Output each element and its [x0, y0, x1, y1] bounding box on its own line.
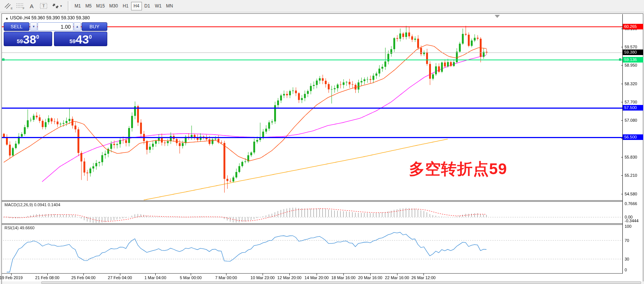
icon-sub-f: F [23, 7, 25, 10]
buy-price-box[interactable]: 59430 [54, 32, 107, 46]
svg-text:T: T [42, 4, 45, 8]
price-tick-label: 57.700 [625, 100, 637, 104]
one-click-trading-panel: SELL ▼ ▲ BUY 59380 59430 [4, 22, 107, 46]
arrows-icon[interactable]: ▼ [50, 1, 65, 10]
time-axis-label: 22 Mar 16:00 [385, 275, 409, 280]
buy-price-big: 43 [76, 33, 89, 46]
price-tick-label: 58.320 [625, 82, 637, 86]
time-axis-label: 7 Mar 00:00 [215, 275, 237, 280]
price-chart-canvas[interactable] [3, 14, 622, 281]
hline-handle-icon[interactable] [2, 58, 4, 61]
volume-increase-button[interactable]: ▲ [74, 22, 81, 31]
rsi-axis-label: 30 [625, 257, 629, 261]
buy-button-label: BUY [89, 24, 99, 29]
timeframe-button-d1[interactable]: D1 [142, 2, 153, 10]
price-tick-label: 59.570 [625, 45, 637, 49]
spin-up-icon: ▲ [76, 25, 79, 28]
timeframe-button-h4[interactable]: H4 [131, 2, 142, 10]
label-icon[interactable]: T [38, 1, 49, 10]
sell-price-sup: 0 [36, 34, 39, 40]
hline-handle-icon[interactable] [619, 58, 621, 61]
pivot-line-lower[interactable] [2, 137, 622, 138]
volume-input[interactable] [38, 22, 73, 31]
macd-axis-label: -0.3444 [625, 218, 638, 223]
equidistant-channel-icon[interactable]: E [2, 1, 13, 10]
rsi-axis-label: 70 [625, 238, 629, 243]
timeframe-button-m1[interactable]: M1 [72, 2, 83, 10]
price-tick-mark [621, 102, 623, 102]
horizontal-scrollbar[interactable] [2, 281, 643, 284]
support-line-green[interactable] [2, 60, 622, 60]
price-tick-mark [621, 194, 623, 194]
rsi-axis-label: 0 [625, 268, 627, 272]
rsi-label: RSI(14) 49.6660 [4, 226, 35, 230]
sell-button[interactable]: SELL [4, 22, 29, 31]
timeframe-button-h1[interactable]: H1 [120, 2, 131, 10]
icon-sub-e: E [11, 7, 13, 10]
buy-price-sup: 0 [89, 34, 92, 40]
time-axis-label: 5 Mar 00:00 [180, 275, 202, 280]
chart-shift-marker-icon[interactable] [495, 15, 500, 18]
support-line-green-badge: 59.136 [623, 57, 643, 63]
macd-label: MACD(12,26,9) 0.0941 0.1404 [4, 202, 60, 207]
toolbar: E F A T ▼ M1M5M15M30H1H4D1W1MN [0, 0, 644, 12]
sell-price-box[interactable]: 59380 [4, 32, 52, 46]
buy-button[interactable]: BUY [82, 22, 107, 31]
rsi-axis-label: 100 [625, 224, 631, 229]
sell-price-prefix: 59 [17, 38, 23, 44]
current-price-line[interactable] [2, 52, 622, 53]
scrollbar-thumb[interactable] [41, 281, 641, 284]
time-axis-label: 18 Mar 16:00 [331, 275, 356, 280]
macd-axis-label: 0.7666 [625, 201, 637, 206]
text-icon[interactable]: A [26, 1, 37, 10]
pivot-line-upper[interactable] [2, 108, 622, 109]
timeframe-group: M1M5M15M30H1H4D1W1MN [72, 2, 175, 10]
price-tick-mark [621, 157, 623, 157]
price-tick-mark [621, 84, 623, 84]
time-axis-label: 20 Mar 16:00 [358, 275, 383, 280]
price-tick-mark [621, 47, 623, 47]
time-axis-label: 25 Feb 04:00 [72, 275, 96, 280]
toolbar-separator [68, 1, 70, 11]
timeframe-button-m15[interactable]: M15 [94, 2, 107, 10]
resistance-line-badge: 60.265 [623, 24, 643, 29]
price-tick-label: 57.080 [625, 118, 637, 122]
volume-decrease-button[interactable]: ▼ [30, 22, 37, 31]
sell-button-label: SELL [11, 24, 23, 29]
time-axis-label: 27 Feb 04:00 [108, 275, 132, 280]
pivot-line-lower-badge: 56.500 [623, 134, 643, 140]
time-axis-label: 19 Feb 2019 [0, 275, 23, 280]
timeframe-button-w1[interactable]: W1 [153, 2, 164, 10]
symbol-title-text: USOil-,H4 59.360 59.390 59.330 59.380 [10, 15, 90, 20]
time-axis-label: 12 Mar 20:00 [277, 275, 302, 280]
time-axis-label: 14 Mar 20:00 [305, 275, 329, 280]
timeframe-button-mn[interactable]: MN [164, 2, 175, 10]
price-tick-label: 55.830 [625, 155, 637, 159]
timeframe-button-m30[interactable]: M30 [107, 2, 120, 10]
price-tick-mark [621, 120, 623, 121]
rsi-panel-splitter[interactable] [2, 223, 622, 225]
timeframe-button-m5[interactable]: M5 [83, 2, 94, 10]
price-tick-label: 55.210 [625, 173, 637, 178]
time-axis-label: 21 Feb 08:00 [35, 275, 60, 280]
time-axis-label: 1 Mar 04:00 [145, 275, 166, 280]
spin-down-icon: ▼ [32, 25, 35, 28]
price-tick-mark [621, 65, 623, 66]
time-axis-label: 26 Mar 12:00 [412, 275, 436, 280]
symbol-title: ▲USOil-,H4 59.360 59.390 59.330 59.380 [5, 15, 90, 20]
pivot-line-upper-badge: 57.500 [623, 105, 643, 111]
fibonacci-icon[interactable]: F [14, 1, 25, 10]
chevron-down-icon[interactable]: ▼ [60, 4, 63, 8]
price-tick-label: 58.950 [625, 63, 637, 67]
price-tick-label: 54.580 [625, 192, 637, 196]
current-price-line-badge: 59.380 [623, 50, 643, 55]
sell-price-big: 38 [23, 33, 37, 46]
time-axis-label: 10 Mar 23:00 [251, 275, 275, 280]
buy-price-prefix: 59 [69, 38, 76, 44]
up-triangle-icon: ▲ [5, 16, 9, 20]
price-tick-mark [621, 175, 623, 176]
macd-panel-splitter[interactable] [2, 200, 622, 202]
annotation-text: 多空转折点59 [409, 159, 507, 179]
date-axis-border [2, 273, 622, 274]
